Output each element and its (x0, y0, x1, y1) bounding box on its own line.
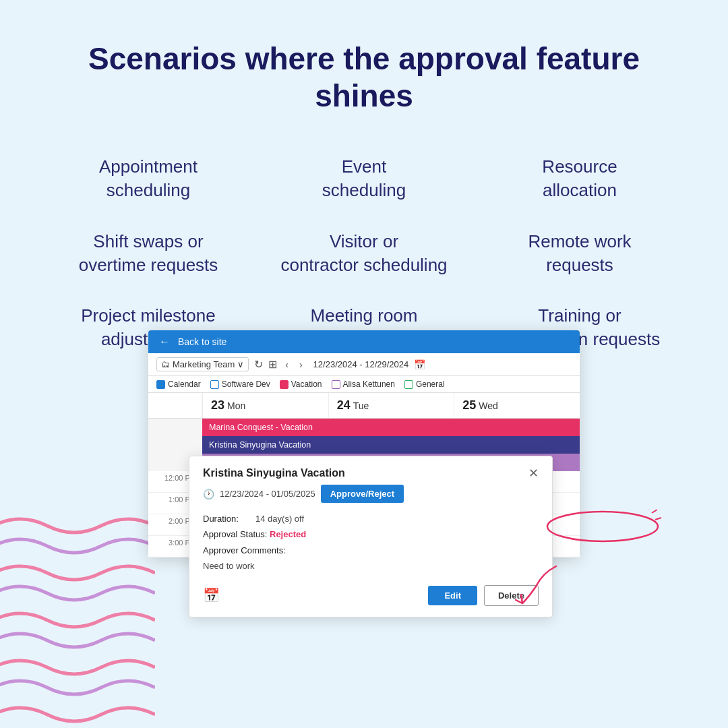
popup-duration: 14 day(s) off (255, 514, 304, 524)
team-name: Marketing Team (173, 359, 235, 369)
svg-line-2 (655, 518, 661, 520)
arrow-annotation (502, 559, 570, 613)
day-header-24: 24Tue (328, 393, 454, 418)
calendar-grid-icon[interactable]: ⊞ (268, 358, 277, 371)
refresh-icon[interactable]: ↻ (254, 358, 263, 371)
legend-color-vacation (280, 380, 289, 389)
legend-label-software-dev: Software Dev (222, 380, 270, 389)
chevron-down-icon: ∨ (237, 359, 244, 369)
event-kristina-vacation[interactable]: Kristina Sinyugina Vacation (202, 436, 580, 454)
legend-color-calendar (156, 380, 165, 389)
popup-status: Rejected (270, 529, 306, 539)
day-headers: 23Mon 24Tue 25Wed (148, 393, 580, 419)
scenario-appointment: Appointmentscheduling (40, 142, 256, 216)
date-range-label: 12/23/2024 - 12/29/2024 (313, 359, 409, 369)
svg-point-0 (547, 512, 658, 541)
edit-button[interactable]: Edit (428, 586, 477, 605)
svg-line-1 (652, 510, 657, 513)
popup-comments-value: Need to work (203, 558, 539, 574)
popup-comments-label-row: Approver Comments: (203, 543, 539, 558)
legend-label-general: General (416, 380, 445, 389)
scenario-resource: Resourceallocation (472, 142, 688, 216)
page-title: Scenarios where the approval feature shi… (0, 0, 728, 142)
popup-date-range: 12/23/2024 - 01/05/2025 (220, 489, 315, 499)
scenario-shift: Shift swaps orovertime requests (40, 216, 256, 291)
popup-details: Duration: 14 day(s) off Approval Status:… (203, 511, 539, 574)
legend-item-alisa: Alisa Kettunen (332, 380, 395, 389)
event-row-kristina: Kristina Sinyugina Vacation (148, 436, 580, 454)
popup-duration-row: Duration: 14 day(s) off (203, 511, 539, 526)
event-marina-vacation[interactable]: Marina Conquest - Vacation (202, 419, 580, 436)
day-header-25: 25Wed (454, 393, 580, 418)
popup-date-row: 🕐 12/23/2024 - 01/05/2025 Approve/Reject (203, 485, 539, 503)
legend-label-vacation: Vacation (291, 380, 322, 389)
calendar-legend: Calendar Software Dev Vacation Alisa Ket… (148, 376, 580, 393)
team-selector[interactable]: 🗂 Marketing Team ∨ (156, 357, 249, 371)
calendar-topbar: ← Back to site (148, 330, 580, 353)
calendar-toolbar: 🗂 Marketing Team ∨ ↻ ⊞ ‹ › 12/23/2024 - … (148, 353, 580, 376)
legend-item-software-dev: Software Dev (210, 380, 270, 389)
popup-header: Kristina Sinyugina Vacation ✕ (203, 467, 539, 479)
next-button[interactable]: › (297, 358, 305, 371)
approve-reject-annotation (544, 510, 662, 543)
legend-label-calendar: Calendar (168, 380, 201, 389)
day-header-23: 23Mon (202, 393, 328, 418)
close-icon[interactable]: ✕ (528, 467, 539, 479)
legend-item-vacation: Vacation (280, 380, 322, 389)
back-to-site-label[interactable]: Back to site (178, 336, 226, 347)
legend-label-alisa: Alisa Kettunen (343, 380, 395, 389)
legend-color-software-dev (210, 380, 219, 389)
team-icon: 🗂 (161, 359, 170, 369)
events-area: Marina Conquest - Vacation Kristina Siny… (148, 419, 580, 557)
popup-actions: 📅 Edit Delete (203, 585, 539, 606)
clock-icon: 🕐 (203, 489, 214, 499)
legend-item-calendar: Calendar (156, 380, 201, 389)
prev-button[interactable]: ‹ (282, 358, 291, 371)
scenario-event: Eventscheduling (256, 142, 472, 216)
calendar-mockup: ← Back to site 🗂 Marketing Team ∨ ↻ ⊞ ‹ … (148, 330, 580, 557)
approve-reject-button[interactable]: Approve/Reject (321, 485, 404, 503)
legend-item-general: General (404, 380, 445, 389)
popup-status-row: Approval Status: Rejected (203, 526, 539, 542)
scenario-remote: Remote workrequests (472, 216, 688, 291)
back-arrow-icon: ← (159, 336, 170, 348)
scenario-visitor: Visitor orcontractor scheduling (256, 216, 472, 291)
popup-calendar-icon: 📅 (203, 587, 220, 603)
date-picker-icon[interactable]: 📅 (414, 359, 425, 370)
popup-title: Kristina Sinyugina Vacation (203, 467, 345, 479)
waves-decoration (0, 499, 155, 728)
event-popup: Kristina Sinyugina Vacation ✕ 🕐 12/23/20… (189, 456, 553, 617)
event-row-marina: Marina Conquest - Vacation (148, 419, 580, 436)
legend-color-general (404, 380, 413, 389)
legend-color-alisa (332, 380, 340, 389)
